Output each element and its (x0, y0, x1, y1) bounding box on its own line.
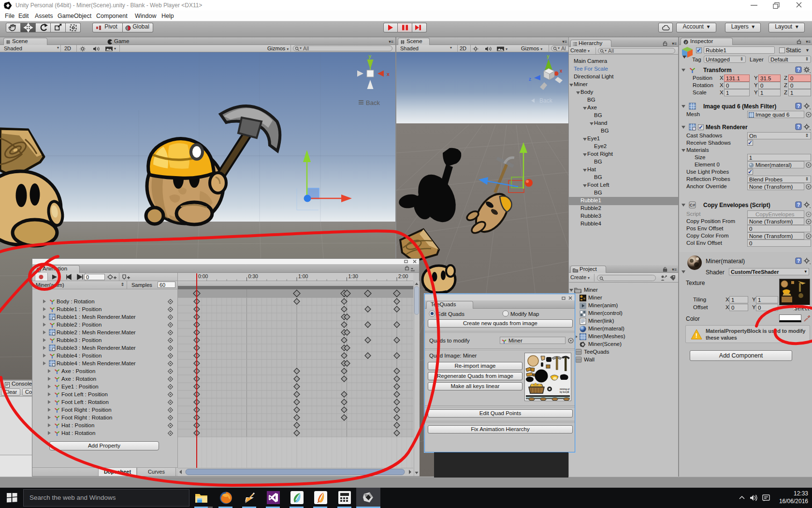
svg-text:y: y (547, 54, 550, 59)
svg-text:2:00: 2:00 (398, 273, 408, 279)
svg-text:?: ? (797, 104, 800, 109)
svg-text:?: ? (797, 67, 800, 73)
svg-text:0:30: 0:30 (248, 273, 259, 279)
svg-text:x: x (387, 71, 390, 77)
svg-text:!: ! (696, 332, 697, 339)
svg-text:1:30: 1:30 (348, 273, 359, 279)
svg-text:Back: Back (539, 97, 553, 104)
svg-text:▾: ▾ (506, 47, 508, 51)
svg-text:by boryB: by boryB (560, 391, 569, 393)
svg-text:Back: Back (366, 99, 380, 106)
svg-text:C#: C# (690, 203, 696, 208)
svg-text:x: x (560, 68, 563, 74)
svg-text:?: ? (797, 202, 800, 208)
svg-text:?: ? (797, 124, 800, 130)
svg-text:1:00: 1:00 (298, 273, 308, 279)
svg-text:y: y (368, 53, 372, 59)
svg-text:z: z (529, 76, 531, 82)
svg-text:?: ? (797, 258, 800, 264)
svg-text:0:00: 0:00 (198, 273, 208, 279)
svg-text:mining-ul: mining-ul (560, 388, 569, 390)
